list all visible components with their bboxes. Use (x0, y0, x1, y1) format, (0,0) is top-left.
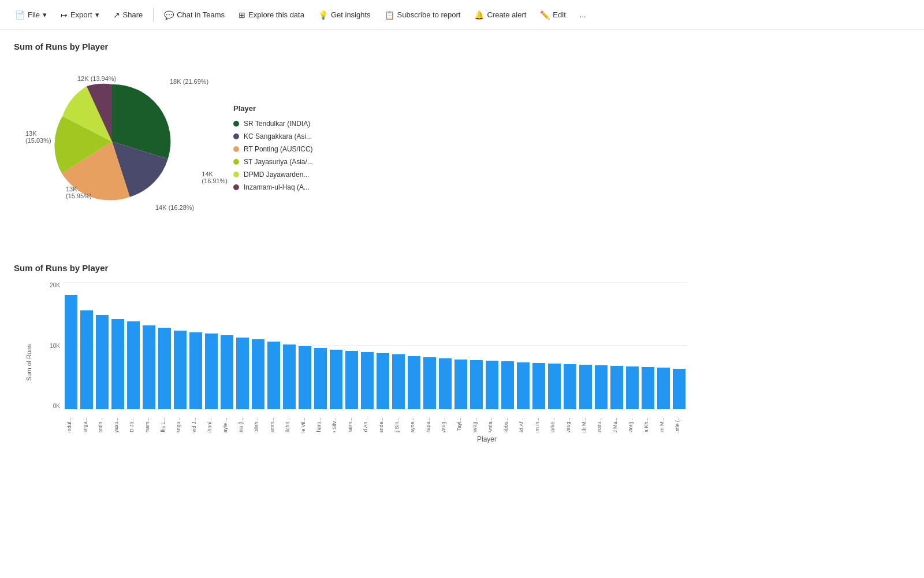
bar-29[interactable] (517, 362, 530, 409)
file-button[interactable]: 📄 File ▾ (9, 7, 53, 23)
bar-label-7: SC Gangu... (176, 417, 181, 432)
edit-icon: ✏️ (540, 10, 550, 20)
bar-7[interactable] (174, 331, 187, 409)
bar-4[interactable] (127, 321, 140, 409)
bar-19[interactable] (361, 352, 374, 409)
insights-icon: 💡 (318, 10, 328, 20)
bar-36[interactable] (626, 366, 639, 409)
bar-11[interactable] (236, 338, 249, 409)
subscribe-label: Subscribe to report (397, 10, 461, 19)
bar-label-24: ME Waug... (441, 417, 446, 432)
subscribe-button[interactable]: 📋 Subscribe to report (379, 7, 467, 23)
bar-24[interactable] (439, 358, 452, 409)
legend-label-3: ST Jayasuriya (Asia/... (244, 158, 313, 166)
subscribe-icon: 📋 (385, 10, 394, 20)
bar-label-36: EJG Morg... (628, 417, 634, 432)
bar-14[interactable] (283, 344, 296, 409)
bar-25[interactable] (454, 360, 467, 409)
legend-item-3: ST Jayasuriya (Asia/... (233, 158, 313, 166)
bar-20[interactable] (377, 353, 389, 409)
chat-teams-button[interactable]: 💬 Chat in Teams (158, 7, 230, 23)
bar-33[interactable] (579, 365, 592, 409)
bar-5[interactable] (143, 325, 155, 409)
pie-label-1: 18K (21.69%) (170, 78, 208, 85)
create-alert-button[interactable]: 🔔 Create alert (468, 7, 532, 23)
bar-23[interactable] (423, 357, 436, 409)
bar-label-11: BC Lara (l... (238, 417, 244, 432)
bar-35[interactable] (610, 366, 623, 409)
pie-legend: Player SR Tendulkar (INDIA) KC Sangakkar… (233, 104, 313, 191)
bar-17[interactable] (330, 350, 342, 409)
bar-21[interactable] (392, 354, 405, 409)
legend-dot-2 (233, 146, 239, 152)
bar-label-28: HH Gibbs... (503, 417, 509, 432)
export-icon: ↦ (61, 10, 68, 20)
share-button[interactable]: ↗ Share (107, 7, 149, 23)
bar-39[interactable] (673, 369, 685, 409)
bar-label-13: Mohamm... (269, 417, 275, 432)
bar-12[interactable] (252, 339, 264, 409)
get-insights-button[interactable]: 💡 Get insights (312, 7, 377, 23)
pie-area: 18K (21.69%) 12K (13.94%) 13K(15.03%) 13… (14, 61, 910, 240)
legend-label-2: RT Ponting (AUS/ICC) (244, 145, 313, 153)
explore-data-button[interactable]: ⊞ Explore this data (233, 7, 310, 23)
bar-28[interactable] (501, 361, 514, 409)
bar-label-37: Younis Kh... (643, 417, 649, 432)
export-label: Export (70, 10, 92, 19)
bar-34[interactable] (595, 365, 608, 409)
bar-37[interactable] (642, 367, 654, 409)
legend-item-5: Inzamam-ul-Haq (A... (233, 183, 313, 191)
bar-label-17: PA de Silv... (331, 417, 337, 432)
bar-label-19: Saeed An... (363, 417, 368, 432)
bar-18[interactable] (345, 351, 358, 409)
bar-16[interactable] (314, 348, 327, 409)
bar-26[interactable] (470, 360, 483, 409)
legend-label-5: Inzamam-ul-Haq (A... (244, 183, 310, 191)
bar-2[interactable] (96, 315, 109, 409)
x-axis-label: Player (64, 435, 910, 443)
more-label: ... (580, 10, 586, 19)
pie-chart-title: Sum of Runs by Player (14, 42, 910, 51)
bar-label-18: RG Sharm... (347, 417, 353, 432)
bar-chart-section: Sum of Runs by Player Sum of Runs 20K 10… (14, 263, 910, 443)
bar-label-38: Saleem M... (659, 417, 665, 432)
bar-label-9: MS Dhoni... (207, 417, 213, 432)
export-button[interactable]: ↦ Export ▾ (55, 7, 105, 23)
bar-3[interactable] (111, 319, 124, 409)
more-button[interactable]: ... (574, 7, 592, 23)
pie-label-2: 14K(16.91%) (202, 171, 228, 184)
main-content: Sum of Runs by Player 18K (21.69%) 12K (… (0, 30, 924, 578)
get-insights-label: Get insights (331, 10, 371, 19)
bar-13[interactable] (267, 342, 280, 409)
bar-chart-wrapper: Sum of Runs 20K 10K 0K (14, 282, 910, 443)
bar-9[interactable] (205, 334, 218, 409)
bar-30[interactable] (532, 363, 545, 409)
divider-1 (153, 8, 154, 22)
bar-0[interactable] (65, 295, 77, 409)
bar-1[interactable] (80, 310, 93, 409)
bar-10[interactable] (221, 335, 233, 409)
bar-label-3: ST Jayasu... (113, 417, 119, 432)
bar-label-10: CH Gayle ... (222, 417, 228, 432)
bar-8[interactable] (189, 332, 202, 409)
bar-label-34: A Ranatu... (597, 417, 602, 432)
edit-button[interactable]: ✏️ Edit (534, 7, 571, 23)
bar-label-8: R Dravid J... (191, 417, 197, 432)
bar-31[interactable] (548, 364, 561, 409)
legend-item-4: DPMD Jayawarden... (233, 171, 313, 179)
bar-38[interactable] (657, 368, 670, 409)
bar-32[interactable] (564, 364, 576, 409)
bar-label-33: Shoaib M... (581, 417, 587, 432)
bar-22[interactable] (408, 356, 420, 409)
bar-6[interactable] (158, 328, 171, 409)
legend-dot-0 (233, 121, 239, 127)
bar-27[interactable] (486, 361, 498, 409)
pie-label-4: 13K(15.95%) (66, 186, 92, 199)
legend-dot-1 (233, 134, 239, 139)
y-label-20k: 20K (50, 282, 60, 288)
edit-label: Edit (553, 10, 565, 19)
bar-15[interactable] (299, 346, 311, 409)
y-axis-label: Sum of Runs (20, 282, 38, 443)
legend-item-0: SR Tendulkar (INDIA) (233, 120, 313, 128)
pie-label-6: 12K (13.94%) (77, 75, 116, 82)
